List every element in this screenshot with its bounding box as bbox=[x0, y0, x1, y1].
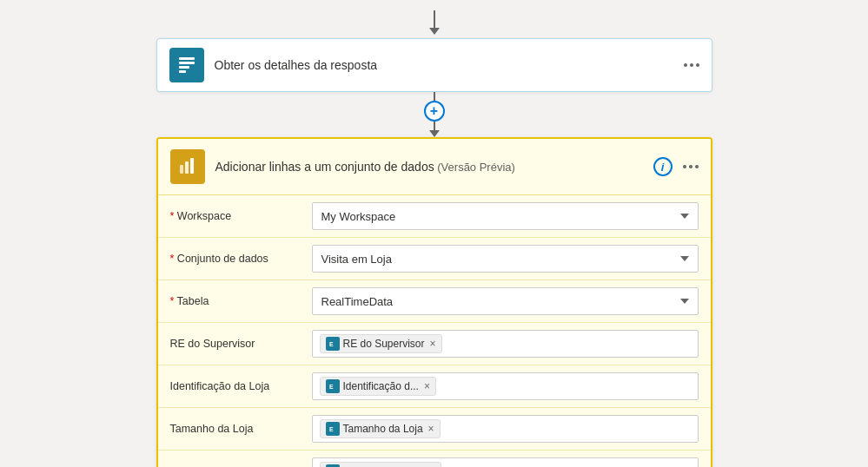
mid-arrow-head bbox=[429, 130, 440, 137]
dataset-dropdown[interactable]: Visita em Loja bbox=[312, 245, 699, 273]
excel-icon-small: E bbox=[328, 339, 338, 349]
table-label: * Tabela bbox=[170, 295, 305, 307]
action-title-main: Adicionar linhas a um conjunto de dados bbox=[215, 160, 434, 174]
info-button[interactable]: i bbox=[653, 157, 673, 176]
tamanho-loja-remove[interactable]: × bbox=[428, 423, 434, 435]
excel-icon-small-3: E bbox=[328, 424, 338, 434]
re-supervisor-label: RE do Supervisor bbox=[170, 338, 305, 350]
add-step-container: + bbox=[424, 92, 445, 137]
table-label-text: Tabela bbox=[174, 295, 209, 307]
table-chevron bbox=[680, 299, 689, 304]
re-supervisor-token-text: RE do Supervisor bbox=[343, 338, 425, 350]
tamanho-loja-token: E Tamanho da Loja × bbox=[320, 419, 441, 438]
tamanho-loja-label: Tamanho da Loja bbox=[170, 423, 305, 435]
table-dropdown[interactable]: RealTimeData bbox=[312, 287, 699, 315]
workspace-dropdown[interactable]: My Workspace bbox=[312, 202, 699, 230]
id-loja-remove[interactable]: × bbox=[424, 380, 430, 392]
table-value: RealTimeData bbox=[321, 295, 394, 308]
classificacao-field[interactable]: E Qual classificaç... × bbox=[312, 457, 699, 467]
classificacao-token: E Qual classificaç... × bbox=[320, 462, 441, 467]
svg-rect-3 bbox=[179, 70, 186, 73]
dataset-chevron bbox=[680, 256, 689, 261]
action-card: Adicionar linhas a um conjunto de dados … bbox=[156, 137, 712, 467]
mid-arrow-line-bottom bbox=[434, 122, 435, 130]
top-arrow bbox=[429, 10, 440, 35]
dataset-row: * Conjunto de dados Visita em Loja bbox=[158, 238, 711, 280]
svg-text:E: E bbox=[329, 426, 334, 432]
svg-rect-0 bbox=[179, 57, 195, 60]
step1-icon bbox=[169, 48, 204, 82]
re-supervisor-row: RE do Supervisor E RE do Supervisor × bbox=[158, 323, 711, 365]
tamanho-loja-token-text: Tamanho da Loja bbox=[343, 423, 423, 435]
workspace-label: * Workspace bbox=[170, 210, 305, 222]
workspace-chevron bbox=[680, 214, 689, 219]
arrow-head bbox=[429, 28, 440, 35]
form-rows: * Workspace My Workspace * Conjunto de d… bbox=[158, 195, 711, 467]
workspace-row: * Workspace My Workspace bbox=[158, 195, 711, 238]
step1-more-options[interactable] bbox=[684, 63, 699, 67]
add-step-button[interactable]: + bbox=[424, 101, 445, 122]
svg-rect-5 bbox=[185, 161, 189, 174]
tamanho-loja-token-icon: E bbox=[326, 422, 340, 436]
flow-container: Obter os detalhes da resposta + Adici bbox=[0, 0, 868, 467]
dataset-value: Visita em Loja bbox=[321, 253, 392, 266]
re-supervisor-token-icon: E bbox=[326, 337, 340, 351]
svg-rect-1 bbox=[179, 62, 195, 64]
re-supervisor-token: E RE do Supervisor × bbox=[320, 334, 442, 353]
arrow-line bbox=[434, 10, 435, 28]
powerbi-icon-container bbox=[170, 149, 205, 184]
id-loja-label: Identificação da Loja bbox=[170, 380, 305, 392]
svg-text:E: E bbox=[329, 341, 334, 347]
svg-rect-4 bbox=[180, 165, 183, 174]
dataset-label-text: Conjunto de dados bbox=[174, 253, 268, 265]
svg-rect-2 bbox=[179, 66, 189, 69]
table-row: * Tabela RealTimeData bbox=[158, 280, 711, 323]
svg-text:E: E bbox=[329, 384, 334, 390]
id-loja-field[interactable]: E Identificação d... × bbox=[312, 372, 699, 400]
mid-arrow-line-top bbox=[434, 92, 435, 101]
tamanho-loja-field[interactable]: E Tamanho da Loja × bbox=[312, 415, 699, 443]
workspace-value: My Workspace bbox=[321, 210, 396, 223]
step1-card: Obter os detalhes da resposta bbox=[156, 38, 712, 92]
re-supervisor-remove[interactable]: × bbox=[430, 338, 436, 350]
id-loja-token: E Identificação d... × bbox=[320, 377, 436, 396]
dataset-label: * Conjunto de dados bbox=[170, 253, 305, 265]
forms-icon bbox=[177, 56, 196, 75]
tamanho-loja-row: Tamanho da Loja E Tamanho da Loja × bbox=[158, 408, 711, 451]
action-title: Adicionar linhas a um conjunto de dados … bbox=[215, 160, 643, 174]
re-supervisor-field[interactable]: E RE do Supervisor × bbox=[312, 330, 699, 358]
classificacao-row: Classificação de risco E Qual classifica… bbox=[158, 451, 711, 467]
id-loja-token-text: Identificação d... bbox=[343, 380, 419, 392]
action-title-suffix: (Versão Prévia) bbox=[434, 161, 515, 174]
step1-label: Obter os detalhes da resposta bbox=[215, 58, 673, 72]
excel-icon-small-2: E bbox=[328, 381, 338, 391]
step2-more-options[interactable] bbox=[683, 165, 699, 168]
workspace-label-text: Workspace bbox=[174, 210, 231, 222]
powerbi-icon bbox=[177, 156, 198, 177]
svg-rect-6 bbox=[190, 158, 194, 174]
id-loja-row: Identificação da Loja E Identificação d.… bbox=[158, 365, 711, 408]
id-loja-token-icon: E bbox=[326, 379, 340, 393]
action-card-header: Adicionar linhas a um conjunto de dados … bbox=[158, 139, 711, 195]
